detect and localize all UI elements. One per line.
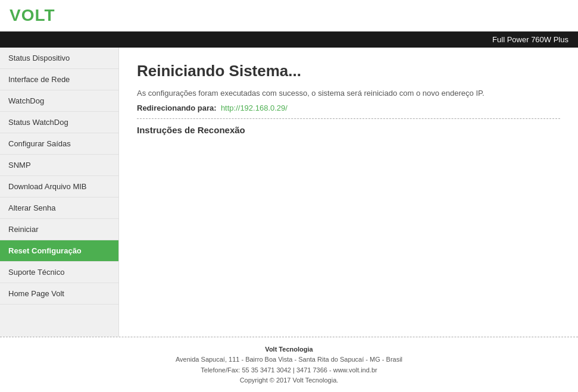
footer-copyright: Copyright © 2017 Volt Tecnologia. — [6, 375, 572, 386]
sidebar-item-interface-de-rede[interactable]: Interface de Rede — [0, 69, 118, 90]
reconnect-title: Instruções de Reconexão — [137, 125, 560, 135]
sidebar-item-watchdog[interactable]: WatchDog — [0, 90, 118, 112]
sidebar-item-reset-configuracao[interactable]: Reset Configuração — [0, 240, 118, 262]
sidebar-item-suporte-tecnico[interactable]: Suporte Técnico — [0, 262, 118, 283]
footer-address: Avenida Sapucaí, 111 - Bairro Boa Vista … — [6, 355, 572, 365]
sidebar-item-reiniciar[interactable]: Reiniciar — [0, 219, 118, 240]
dashed-divider — [137, 118, 560, 119]
main-content: Reiniciando Sistema... As configurações … — [119, 48, 578, 337]
footer-company: Volt Tecnologia — [6, 344, 572, 355]
main-layout: Status Dispositivo Interface de Rede Wat… — [0, 48, 578, 337]
sidebar-item-snmp[interactable]: SNMP — [0, 155, 118, 176]
sidebar: Status Dispositivo Interface de Rede Wat… — [0, 48, 119, 337]
footer: Volt Tecnologia Avenida Sapucaí, 111 - B… — [0, 337, 578, 392]
sidebar-item-download-arquivo-mib[interactable]: Download Arquivo MIB — [0, 176, 118, 197]
sidebar-item-status-watchdog[interactable]: Status WatchDog — [0, 112, 118, 133]
redirect-url[interactable]: http://192.168.0.29/ — [221, 104, 288, 112]
redirect-line: Redirecionando para: http://192.168.0.29… — [137, 104, 560, 112]
sidebar-item-configurar-saidas[interactable]: Configurar Saídas — [0, 133, 118, 155]
footer-contact: Telefone/Fax: 55 35 3471 3042 | 3471 736… — [6, 365, 572, 376]
brand-logo: VOLT — [10, 6, 55, 25]
device-model-label: Full Power 760W Plus — [492, 35, 568, 44]
device-model-bar: Full Power 760W Plus — [0, 32, 578, 48]
redirect-label: Redirecionando para: — [137, 104, 217, 112]
logo-bar: VOLT — [0, 0, 578, 32]
description-text: As configurações foram executadas com su… — [137, 89, 560, 98]
page-title: Reiniciando Sistema... — [137, 62, 560, 80]
sidebar-item-home-page-volt[interactable]: Home Page Volt — [0, 283, 118, 305]
sidebar-item-status-dispositivo[interactable]: Status Dispositivo — [0, 48, 118, 69]
sidebar-item-alterar-senha[interactable]: Alterar Senha — [0, 197, 118, 219]
